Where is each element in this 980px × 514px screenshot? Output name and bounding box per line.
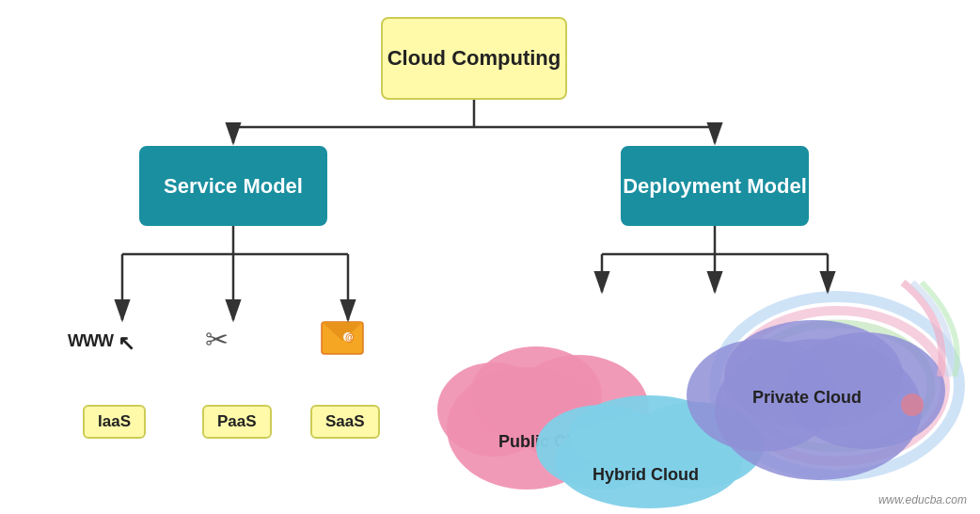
cloud-computing-node: Cloud Computing	[381, 17, 567, 100]
svg-text:Private Cloud: Private Cloud	[752, 388, 861, 407]
clouds-area: Public Cloud Hybrid Cloud Private Cloud	[433, 264, 969, 508]
deployment-model-node: Deployment Model	[621, 146, 809, 226]
svg-point-36	[901, 394, 924, 416]
scissors-icon: ✂	[205, 323, 229, 356]
www-icon: WWW ↖	[68, 328, 134, 352]
svg-text:@: @	[345, 332, 355, 343]
service-model-label: Service Model	[164, 174, 303, 199]
service-model-node: Service Model	[139, 146, 327, 226]
iaas-label: IaaS	[83, 405, 146, 439]
saas-label: SaaS	[310, 405, 380, 439]
cloud-computing-label: Cloud Computing	[387, 46, 561, 71]
watermark: www.educba.com	[878, 493, 967, 506]
svg-text:Hybrid Cloud: Hybrid Cloud	[593, 465, 699, 484]
paas-label: PaaS	[202, 405, 272, 439]
mail-icon: @	[320, 320, 365, 356]
deployment-model-label: Deployment Model	[623, 174, 807, 199]
svg-point-35	[724, 320, 903, 429]
